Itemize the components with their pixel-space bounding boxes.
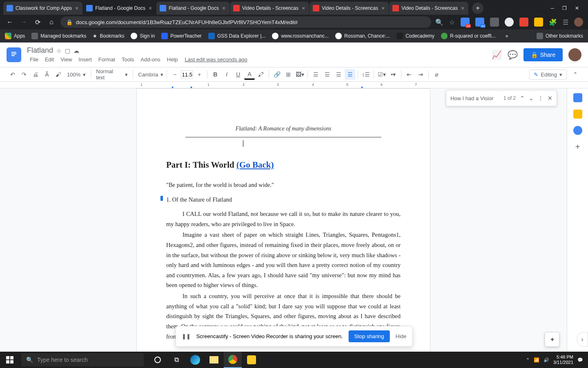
extension-icon[interactable]: 10 <box>461 18 470 27</box>
close-icon[interactable]: × <box>460 5 465 11</box>
font-select[interactable]: Cambria▾ <box>136 72 164 78</box>
menu-tools[interactable]: Tools <box>119 56 137 63</box>
browser-tab[interactable]: Flatland - Google Docs× <box>156 2 229 15</box>
increase-font-button[interactable]: + <box>194 69 205 80</box>
increase-indent-button[interactable]: ⇥ <box>415 69 426 80</box>
profile-avatar[interactable] <box>574 18 583 27</box>
body-text[interactable]: I CALL our world Flatland, not because w… <box>166 209 401 229</box>
clock[interactable]: 5:48 PM 3/11/2021 <box>553 355 573 365</box>
menu-help[interactable]: Help <box>164 56 181 63</box>
spellcheck-button[interactable]: Ă <box>42 69 52 80</box>
editing-mode-select[interactable]: ✎ Editing ▾ <box>529 70 567 80</box>
edge-icon[interactable] <box>186 352 204 368</box>
bulleted-list-button[interactable]: •▾ <box>388 69 399 80</box>
back-button[interactable]: ← <box>5 18 15 26</box>
menu-format[interactable]: Format <box>96 56 118 63</box>
body-text[interactable]: Imagine a vast sheet of paper on which s… <box>166 230 401 290</box>
browser-tab[interactable]: Flatland - Google Docs× <box>83 2 156 15</box>
reload-button[interactable]: ⟳ <box>33 18 42 26</box>
tray-chevron-icon[interactable]: ⌃ <box>526 357 530 363</box>
menu-addons[interactable]: Add-ons <box>138 56 163 63</box>
insert-link-button[interactable]: 🔗 <box>272 69 282 80</box>
align-right-button[interactable]: ☰ <box>333 69 344 80</box>
maximize-icon[interactable]: ❐ <box>562 5 567 11</box>
apps-shortcut[interactable]: Apps <box>5 33 25 39</box>
bookmark-item[interactable]: Rossman, Chance:... <box>335 33 390 39</box>
star-icon[interactable]: ☆ <box>56 47 62 54</box>
calendar-icon[interactable] <box>573 93 582 102</box>
close-icon[interactable]: × <box>381 5 385 11</box>
docs-logo-icon[interactable] <box>7 47 21 62</box>
close-icon[interactable]: × <box>301 5 306 11</box>
cloud-icon[interactable]: ☁ <box>74 47 79 54</box>
start-button[interactable] <box>0 352 20 368</box>
bookmark-item[interactable]: Sign in <box>131 33 155 39</box>
zoom-select[interactable]: 100%▾ <box>65 72 88 78</box>
body-text[interactable]: 1. Of the Nature of Flatland <box>166 195 401 205</box>
bookmark-item[interactable]: PowerTeacher <box>161 33 202 39</box>
extension-icon[interactable] <box>490 18 499 27</box>
bold-button[interactable]: B <box>210 69 220 80</box>
browser-tab[interactable]: Video Details - Screencas× <box>389 2 468 15</box>
bookmark-overflow[interactable]: » <box>506 33 508 39</box>
extension-icon[interactable]: 4d <box>475 18 484 27</box>
bookmark-item[interactable]: GSS Data Explorer |... <box>208 33 266 39</box>
close-icon[interactable]: × <box>148 5 153 11</box>
star-icon[interactable]: ☆ <box>449 18 455 26</box>
decrease-font-button[interactable]: − <box>169 69 180 80</box>
taskbar-search[interactable]: 🔍 Type here to search <box>21 353 144 366</box>
page-header[interactable]: Flatland: A Romance of many dimensions <box>185 126 381 137</box>
side-panel-expand[interactable]: › <box>577 332 588 347</box>
extension-icon[interactable] <box>519 18 528 27</box>
bookmark-item[interactable]: R-squared or coeffi... <box>441 33 496 39</box>
menu-insert[interactable]: Insert <box>76 56 95 63</box>
close-icon[interactable]: × <box>221 5 226 11</box>
browser-tab[interactable]: Video Details - Screencas× <box>310 2 389 15</box>
add-on-plus-icon[interactable]: + <box>573 142 582 151</box>
move-icon[interactable]: ▢ <box>65 47 70 54</box>
new-tab-button[interactable]: + <box>472 2 483 14</box>
extension-icon[interactable] <box>505 18 514 27</box>
close-icon[interactable]: × <box>74 5 79 11</box>
text-color-button[interactable]: A <box>244 69 255 80</box>
paint-format-button[interactable]: 🖌 <box>53 69 64 80</box>
extensions-icon[interactable]: 🧩 <box>549 18 557 26</box>
italic-button[interactable]: I <box>221 69 232 80</box>
find-next-button[interactable]: ⌄ <box>529 95 534 101</box>
chrome-icon[interactable] <box>224 352 242 368</box>
reading-list-icon[interactable]: ☰ <box>563 18 568 26</box>
minimize-icon[interactable]: ─ <box>550 5 554 11</box>
hide-button[interactable]: Hide <box>396 333 407 339</box>
checklist-button[interactable]: ☑▾ <box>376 69 387 80</box>
keep-icon[interactable] <box>573 110 582 119</box>
close-window-icon[interactable]: ✕ <box>575 5 579 11</box>
menu-file[interactable]: File <box>27 56 41 63</box>
last-edit-link[interactable]: Last edit was seconds ago <box>185 56 247 63</box>
zoom-icon[interactable]: 🔍 <box>435 18 443 26</box>
browser-tab[interactable]: Video Details - Screencas× <box>230 2 309 15</box>
menu-view[interactable]: View <box>58 56 75 63</box>
menu-edit[interactable]: Edit <box>42 56 57 63</box>
undo-button[interactable]: ↶ <box>7 69 18 80</box>
home-button[interactable]: ⌂ <box>47 18 56 26</box>
clear-format-button[interactable]: ⌀ <box>431 69 442 80</box>
find-close-button[interactable]: ✕ <box>548 95 552 101</box>
browser-tab[interactable]: Classwork for Comp Apps× <box>3 2 82 15</box>
activity-icon[interactable]: 📈 <box>492 50 502 60</box>
align-justify-button[interactable]: ☰ <box>345 69 355 80</box>
wifi-icon[interactable]: 📶 <box>534 357 539 363</box>
volume-icon[interactable]: 🔊 <box>543 357 549 363</box>
align-center-button[interactable]: ☰ <box>322 69 332 80</box>
other-bookmarks[interactable]: Other bookmarks <box>537 33 583 39</box>
find-more-button[interactable]: ⋮ <box>538 95 543 101</box>
ruler[interactable]: 1 ▾ ▾ 1 2 3 4 5 ▾ 6 7 <box>0 82 588 88</box>
line-spacing-button[interactable]: ↕☰ <box>361 69 371 80</box>
underline-button[interactable]: U <box>233 69 243 80</box>
explore-button[interactable]: ✦ <box>545 332 559 347</box>
file-explorer-icon[interactable] <box>205 352 223 368</box>
stop-sharing-button[interactable]: Stop sharing <box>349 330 390 342</box>
insert-image-button[interactable]: 🖼▾ <box>294 69 305 80</box>
find-prev-button[interactable]: ⌃ <box>520 95 525 101</box>
app-icon[interactable] <box>243 352 261 368</box>
heading-part[interactable]: Part I: This World (Go Back) <box>166 158 401 173</box>
